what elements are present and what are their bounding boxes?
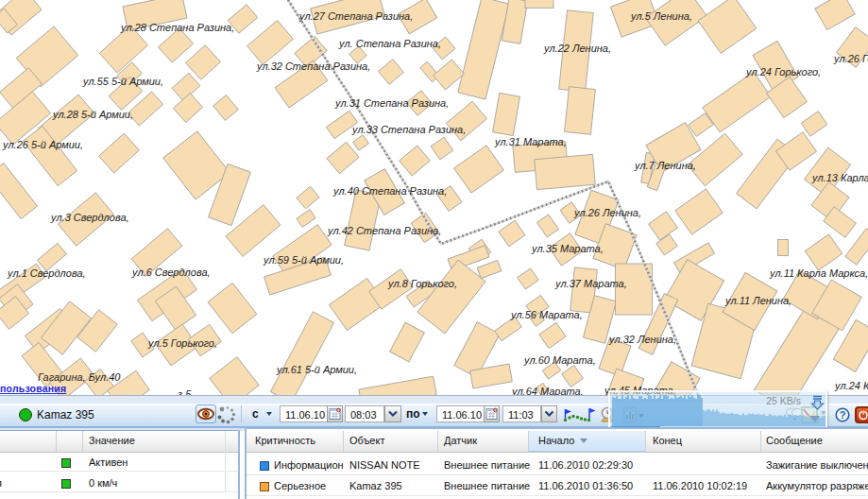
svg-text:?: ? [840, 409, 846, 421]
